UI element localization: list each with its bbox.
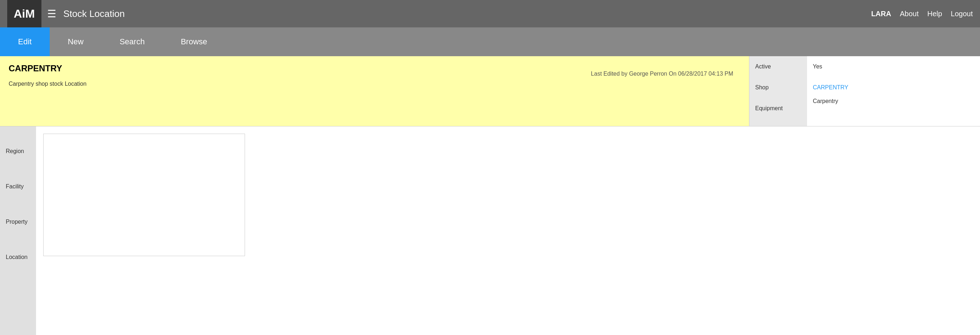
record-title: CARPENTRY — [9, 64, 62, 73]
sidebar-item-facility: Facility — [0, 169, 36, 204]
content-box — [43, 133, 245, 256]
top-nav: AiM ☰ Stock Location LARA About Help Log… — [0, 0, 980, 27]
record-right: Active Shop Equipment Yes CARPENTRY Carp… — [749, 56, 980, 126]
active-label: Active — [755, 64, 801, 70]
shop-sub-value: Carpentry — [813, 98, 974, 105]
about-link[interactable]: About — [900, 10, 918, 18]
logout-link[interactable]: Logout — [951, 10, 973, 18]
record-description: Carpentry shop stock Location — [9, 81, 740, 87]
record-header-row: CARPENTRY Last Edited by George Perron O… — [9, 64, 740, 77]
record-section: CARPENTRY Last Edited by George Perron O… — [0, 56, 980, 127]
bottom-content — [36, 127, 980, 335]
new-button[interactable]: New — [50, 27, 102, 56]
record-right-values: Yes CARPENTRY Carpentry — [807, 56, 980, 126]
username-label: LARA — [871, 10, 891, 18]
shop-label: Shop — [755, 84, 801, 91]
sidebar-item-region: Region — [0, 133, 36, 169]
aim-logo[interactable]: AiM — [7, 0, 41, 27]
hamburger-icon[interactable]: ☰ — [47, 8, 56, 20]
page-title: Stock Location — [64, 8, 871, 19]
help-link[interactable]: Help — [928, 10, 942, 18]
sidebar-item-location: Location — [0, 240, 36, 275]
record-left: CARPENTRY Last Edited by George Perron O… — [0, 56, 749, 126]
browse-button[interactable]: Browse — [163, 27, 225, 56]
left-sidebar: Region Facility Property Location — [0, 127, 36, 335]
edit-button[interactable]: Edit — [0, 27, 50, 56]
bottom-section: Region Facility Property Location — [0, 127, 980, 335]
record-last-edited: Last Edited by George Perron On 06/28/20… — [591, 64, 740, 77]
record-right-labels: Active Shop Equipment — [749, 56, 807, 126]
toolbar: Edit New Search Browse — [0, 27, 980, 56]
sidebar-item-property: Property — [0, 204, 36, 240]
main-content: CARPENTRY Last Edited by George Perron O… — [0, 56, 980, 335]
top-nav-right: LARA About Help Logout — [871, 10, 973, 18]
equipment-label: Equipment — [755, 105, 801, 112]
shop-value-group: CARPENTRY Carpentry — [813, 84, 974, 105]
search-button[interactable]: Search — [102, 27, 163, 56]
active-value: Yes — [813, 64, 974, 70]
shop-link[interactable]: CARPENTRY — [813, 84, 848, 90]
